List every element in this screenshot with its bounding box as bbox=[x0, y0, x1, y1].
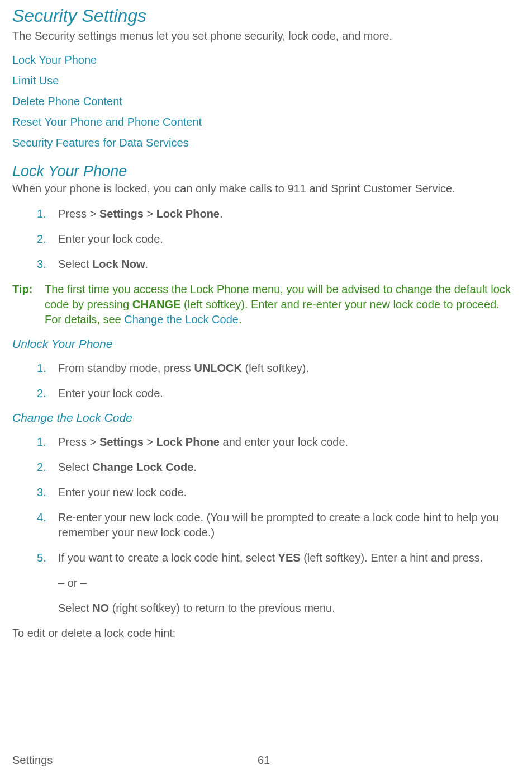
step-bold: YES bbox=[278, 551, 301, 564]
tip-block: Tip: The first time you access the Lock … bbox=[12, 282, 515, 327]
tip-bold: CHANGE bbox=[132, 298, 181, 310]
unlock-steps: From standby mode, press UNLOCK (left so… bbox=[41, 361, 515, 401]
heading-unlock: Unlock Your Phone bbox=[12, 337, 515, 351]
step-bold: Settings bbox=[99, 436, 144, 448]
step-text: (left softkey). bbox=[242, 362, 309, 374]
step-bold: Settings bbox=[99, 208, 144, 220]
step-text: From standby mode, press bbox=[58, 362, 194, 374]
list-item: From standby mode, press UNLOCK (left so… bbox=[41, 361, 515, 376]
list-item: Select Change Lock Code. bbox=[41, 460, 515, 475]
step-text: . bbox=[220, 208, 223, 220]
step-bold: Change Lock Code bbox=[92, 461, 193, 473]
lock-intro: When your phone is locked, you can only … bbox=[12, 181, 515, 196]
tip-link[interactable]: Change the Lock Code bbox=[124, 313, 239, 326]
step-text: (right softkey) to return to the previou… bbox=[109, 602, 335, 614]
step-text: Press > bbox=[58, 208, 99, 220]
step-text: and enter your lock code. bbox=[220, 436, 348, 448]
list-item: Select Lock Now. bbox=[41, 257, 515, 272]
heading-change-code: Change the Lock Code bbox=[12, 411, 515, 425]
list-item: Press > Settings > Lock Phone and enter … bbox=[41, 435, 515, 450]
link-delete-content[interactable]: Delete Phone Content bbox=[12, 95, 515, 108]
link-security-data[interactable]: Security Features for Data Services bbox=[12, 136, 515, 149]
step-text: Select bbox=[58, 461, 92, 473]
page-title: Security Settings bbox=[12, 6, 515, 26]
link-reset-phone[interactable]: Reset Your Phone and Phone Content bbox=[12, 116, 515, 129]
step-alt: Select NO (right softkey) to return to t… bbox=[58, 601, 515, 616]
footer-section: Settings bbox=[12, 754, 53, 766]
link-limit-use[interactable]: Limit Use bbox=[12, 74, 515, 87]
heading-lock-phone: Lock Your Phone bbox=[12, 163, 515, 180]
step-text: . bbox=[145, 258, 149, 270]
step-bold: NO bbox=[92, 602, 109, 614]
step-bold: Lock Now bbox=[92, 258, 145, 270]
page-footer: Settings 61 bbox=[12, 754, 515, 767]
step-text: Select bbox=[58, 602, 92, 614]
lock-steps: Press > Settings > Lock Phone. Enter you… bbox=[41, 206, 515, 272]
intro-text: The Security settings menus let you set … bbox=[12, 29, 515, 44]
step-bold: Lock Phone bbox=[156, 208, 220, 220]
list-item: Enter your new lock code. bbox=[41, 485, 515, 500]
list-item: Enter your lock code. bbox=[41, 232, 515, 247]
step-text: . bbox=[193, 461, 197, 473]
list-item: Re-enter your new lock code. (You will b… bbox=[41, 510, 515, 540]
step-bold: UNLOCK bbox=[194, 362, 242, 374]
list-item: Enter your lock code. bbox=[41, 386, 515, 401]
link-lock-phone[interactable]: Lock Your Phone bbox=[12, 54, 515, 67]
tip-label: Tip: bbox=[12, 282, 45, 327]
change-steps: Press > Settings > Lock Phone and enter … bbox=[41, 435, 515, 616]
edit-hint-text: To edit or delete a lock code hint: bbox=[12, 626, 515, 641]
step-text: Press > bbox=[58, 436, 99, 448]
footer-page-number: 61 bbox=[258, 754, 270, 767]
step-text: (left softkey). Enter a hint and press. bbox=[301, 551, 483, 564]
step-text: > bbox=[144, 208, 156, 220]
step-text: If you want to create a lock code hint, … bbox=[58, 551, 278, 564]
step-bold: Lock Phone bbox=[156, 436, 220, 448]
step-text: > bbox=[144, 436, 156, 448]
list-item: If you want to create a lock code hint, … bbox=[41, 550, 515, 616]
tip-body: The first time you access the Lock Phone… bbox=[45, 282, 515, 327]
tip-text: . bbox=[239, 313, 242, 326]
step-text: Select bbox=[58, 258, 92, 270]
step-or: – or – bbox=[58, 576, 515, 591]
list-item: Press > Settings > Lock Phone. bbox=[41, 206, 515, 221]
